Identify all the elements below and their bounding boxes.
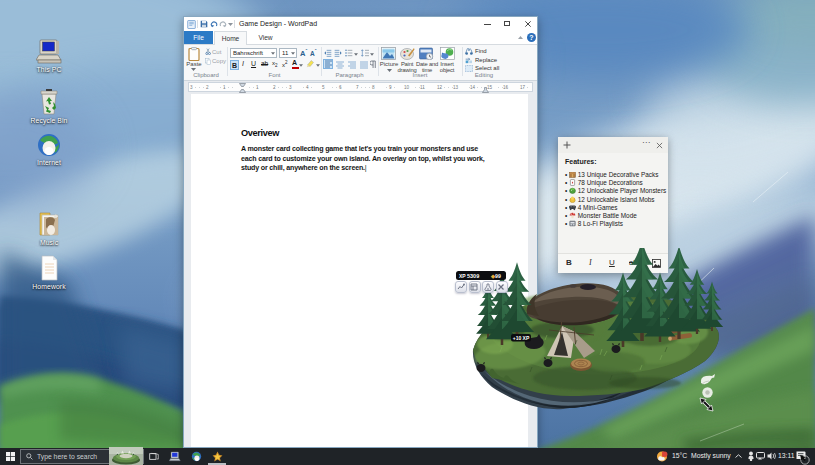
svg-text:+10 XP: +10 XP bbox=[513, 335, 530, 341]
